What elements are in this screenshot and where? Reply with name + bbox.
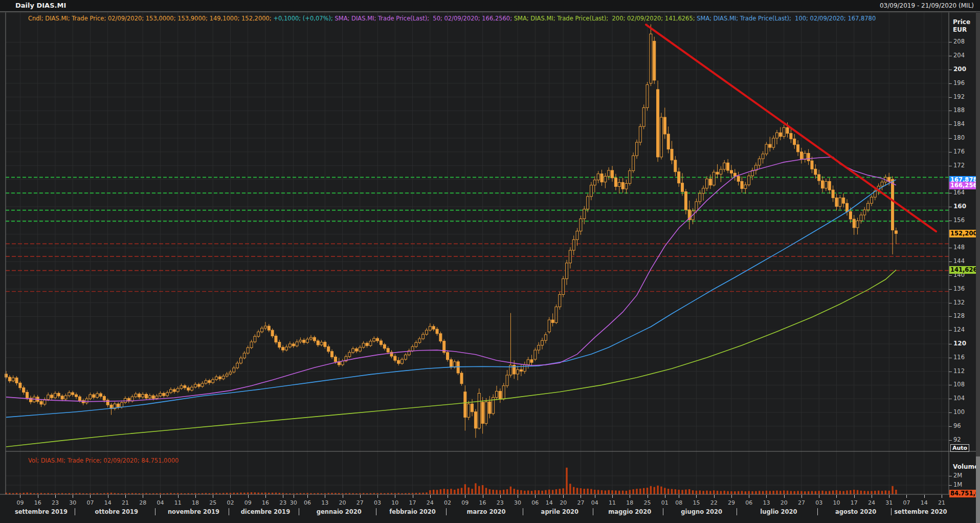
candle-body-up <box>646 84 649 107</box>
volume-axis-title: Volume <box>953 463 978 470</box>
volume-bar <box>489 489 491 494</box>
week-tickmark <box>731 495 732 498</box>
candle-body-down <box>99 394 102 396</box>
candle-body-up <box>68 393 71 396</box>
candle-body-down <box>464 392 466 418</box>
candle-body-up <box>180 386 183 388</box>
month-label: settembre 2019 <box>15 508 68 515</box>
candle-body-up <box>618 182 620 186</box>
price-tick <box>949 221 952 221</box>
volume-bar <box>478 486 480 494</box>
volume-bar <box>860 491 862 494</box>
volume-bar <box>878 491 879 494</box>
volume-bar <box>485 488 487 494</box>
candle-body-up <box>320 342 323 345</box>
candle-body-down <box>324 342 326 347</box>
volume-bar <box>275 493 277 494</box>
week-label: 23 <box>52 499 59 506</box>
candle-body-up <box>642 107 645 126</box>
candle-body-up <box>632 156 635 170</box>
month-label: maggio 2020 <box>608 508 651 515</box>
volume-bar <box>552 490 553 494</box>
volume-bar <box>667 489 669 494</box>
candle-body-up <box>411 346 414 351</box>
volume-bar <box>545 490 546 494</box>
candle-body-down <box>397 360 400 363</box>
week-tickmark <box>360 495 361 498</box>
volume-bar <box>660 487 662 494</box>
volume-bar <box>657 486 658 494</box>
candle-body-up <box>502 386 505 399</box>
candle-body-down <box>786 127 789 133</box>
candle-body-down <box>61 396 63 399</box>
price-tick-label: 128 <box>953 312 965 319</box>
series-legend[interactable]: Cndl; DIAS.MI; Trade Price; 02/09/2020; … <box>28 15 876 22</box>
candle-body-down <box>457 362 459 373</box>
volume-bar <box>548 490 550 494</box>
candle-body-up <box>47 395 50 400</box>
week-label: 07 <box>903 499 910 506</box>
vertical-scrollbar[interactable] <box>976 12 980 523</box>
candle-body-up <box>583 209 586 219</box>
week-tickmark <box>343 495 343 498</box>
candle-body-up <box>254 336 256 342</box>
candle-body-up <box>257 332 260 337</box>
legend-candle-series[interactable]: Cndl; DIAS.MI; Trade Price; 02/09/2020; … <box>28 15 273 22</box>
chart-canvas[interactable] <box>0 0 980 523</box>
candle-body-down <box>93 395 95 397</box>
candle-body-up <box>839 198 841 207</box>
candle-body-up <box>496 391 498 397</box>
volume-bar <box>611 490 613 494</box>
volume-bar <box>240 493 241 494</box>
candle-body-down <box>846 203 849 211</box>
legend-sma100-series[interactable]: SMA; DIAS.MI; Trade Price(Last); 100; 02… <box>697 15 876 22</box>
candle-body-up <box>415 342 417 346</box>
candle-body-up <box>517 369 519 374</box>
candle-body-up <box>288 344 291 347</box>
candle-body-up <box>359 347 361 351</box>
candle-body-up <box>124 399 126 403</box>
candle-body-up <box>243 353 246 358</box>
candle-body-up <box>309 337 312 339</box>
candle-body-up <box>856 221 859 227</box>
volume-bar <box>671 489 673 494</box>
volume-bar <box>626 491 627 494</box>
candle-body-up <box>373 338 375 341</box>
candle-body-up <box>776 133 778 138</box>
candle-body-down <box>313 337 316 341</box>
candle-body-up <box>650 34 652 83</box>
volume-bar <box>608 490 610 494</box>
price-tick-label: 96 <box>953 422 961 429</box>
legend-net-change[interactable]: +0,1000; (+0,07%); <box>273 15 335 22</box>
scrollbar-thumb[interactable] <box>976 456 980 523</box>
candle-body-down <box>432 326 435 329</box>
week-tickmark <box>38 495 38 498</box>
volume-bar <box>531 491 532 494</box>
candle-body-down <box>376 338 379 341</box>
volume-bar <box>888 491 890 494</box>
volume-bar <box>569 484 571 494</box>
week-tickmark <box>195 495 196 498</box>
candle-body-down <box>8 377 11 381</box>
candle-body-down <box>684 192 687 210</box>
legend-sma200-series[interactable]: SMA; DIAS.MI; Trade Price(Last); 200; 02… <box>514 15 697 22</box>
week-tickmark <box>549 495 550 498</box>
volume-bar <box>681 490 683 494</box>
month-separator <box>446 508 447 515</box>
volume-legend[interactable]: Vol; DIAS.MI; Trade Price; 02/09/2020; 8… <box>28 457 179 464</box>
candle-body-up <box>702 188 705 193</box>
legend-sma50-series[interactable]: SMA; DIAS.MI; Trade Price(Last); 50; 02/… <box>335 15 514 22</box>
week-tickmark <box>535 495 536 498</box>
candle-body-down <box>709 179 711 185</box>
candle-body-up <box>212 380 214 383</box>
candle-body-down <box>103 397 105 400</box>
month-label: dicembre 2019 <box>241 508 291 515</box>
week-label: 30 <box>69 499 76 506</box>
week-label: 20 <box>560 499 567 506</box>
volume-bar <box>797 491 798 494</box>
volume-bar <box>597 490 599 494</box>
auto-scale-button[interactable]: Auto <box>950 444 969 452</box>
week-label: 17 <box>409 499 416 506</box>
price-tick <box>949 56 952 56</box>
volume-tick-label: 1M <box>953 481 962 488</box>
